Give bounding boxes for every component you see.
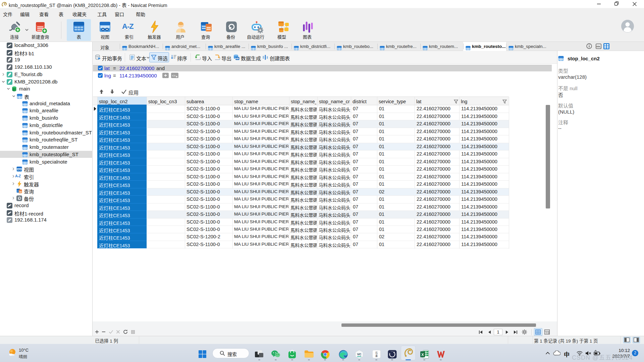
svg-text:<>: <>	[172, 74, 176, 77]
svg-text:墨: 墨	[375, 354, 378, 357]
svg-text:VC: VC	[357, 353, 362, 356]
svg-text:ABC: ABC	[235, 57, 240, 60]
svg-text:X: X	[421, 353, 424, 357]
svg-text:DDL: DDL	[596, 46, 601, 48]
